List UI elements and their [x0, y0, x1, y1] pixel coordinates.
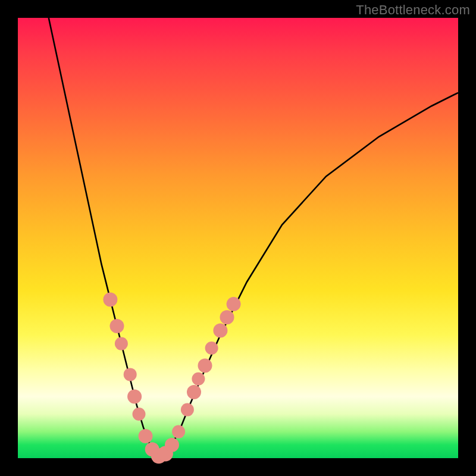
chart-svg	[18, 18, 458, 458]
data-marker	[220, 310, 234, 324]
bottleneck-curve	[49, 18, 458, 458]
data-marker	[127, 389, 142, 403]
data-marker	[139, 429, 153, 443]
marker-group	[103, 293, 240, 464]
data-marker	[103, 293, 117, 307]
data-marker	[198, 359, 212, 373]
data-marker	[115, 337, 128, 350]
data-marker	[165, 438, 179, 452]
watermark-text: TheBottleneck.com	[356, 2, 470, 18]
chart-frame: TheBottleneck.com	[0, 0, 476, 476]
data-marker	[187, 385, 201, 399]
data-marker	[181, 403, 194, 416]
data-marker	[124, 368, 137, 381]
plot-area	[18, 18, 458, 458]
data-marker	[192, 372, 205, 386]
data-marker	[205, 342, 218, 355]
data-marker	[172, 425, 185, 439]
data-marker	[133, 408, 146, 421]
data-marker	[110, 319, 124, 333]
data-marker	[227, 297, 241, 311]
data-marker	[213, 323, 227, 337]
